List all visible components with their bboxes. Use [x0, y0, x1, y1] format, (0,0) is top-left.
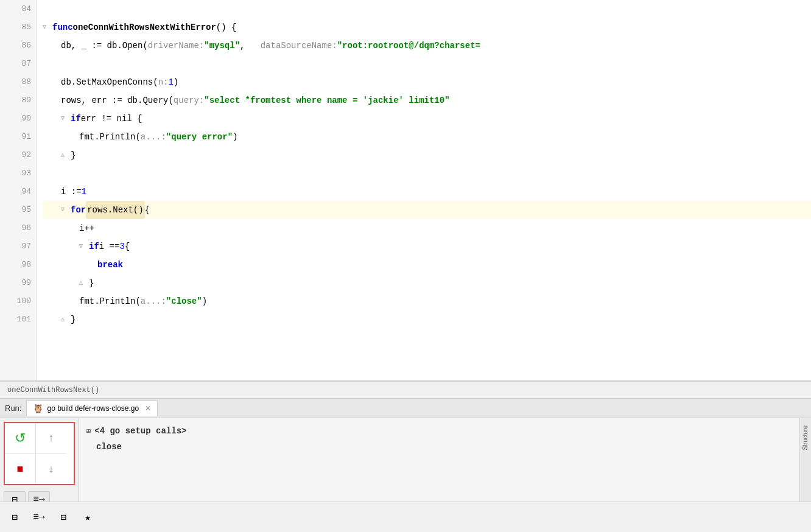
code-line-96: i++: [43, 219, 811, 237]
fold-icon-101[interactable]: △: [61, 310, 71, 329]
kw-for: for: [71, 201, 86, 219]
fold-icon-97[interactable]: ▽: [79, 237, 89, 256]
output-line-1: ⊞ <4 go setup calls>: [86, 423, 792, 439]
param-query-label: query:: [174, 91, 204, 110]
param-driver-label: driverName:: [148, 37, 204, 55]
panel-controls: ↺ ■ ↑ ↓ ⊟ ≡→ ⊟: [0, 418, 79, 502]
code-line-85: ▽ func oneConnWithRowsNextWithError () {: [43, 18, 811, 37]
close-brace-101: }: [71, 310, 75, 329]
param-dsn-label: dataSourceName:: [261, 37, 337, 55]
run-label: Run:: [5, 404, 21, 413]
if-open-97: {: [125, 237, 130, 256]
line-num-88: 88: [5, 73, 31, 91]
code-line-94: i := 1: [43, 183, 811, 201]
close-brace-92: }: [71, 146, 75, 164]
for-open: {: [145, 201, 150, 219]
panel-body: ↺ ■ ↑ ↓ ⊟ ≡→ ⊟ ⊞: [0, 418, 811, 502]
code-line-92: △ }: [43, 146, 811, 164]
fold-icon-95[interactable]: ▽: [61, 201, 71, 219]
line-num-85: 85: [5, 18, 31, 37]
bottom-icon-btn-2[interactable]: ≡→: [28, 506, 50, 528]
fold-icon-85[interactable]: ▽: [43, 18, 52, 37]
expand-icon-1[interactable]: ⊞: [86, 427, 91, 436]
bottom-icon-btn-4[interactable]: ★: [77, 506, 99, 528]
fold-icon-90[interactable]: ▽: [61, 110, 71, 128]
comma1: ,: [240, 37, 261, 55]
keyword-func: func: [52, 18, 73, 37]
code-line-91: fmt.Println( a...: "query error" ): [43, 128, 811, 146]
fold-icon-92[interactable]: △: [61, 146, 71, 164]
code-line-89: rows, err := db.Query( query: "select * …: [43, 91, 811, 110]
code-line-86: db, _ := db.Open( driverName: "mysql" , …: [43, 37, 811, 55]
code-line-99: △ }: [43, 274, 811, 292]
param-n-label: n:: [158, 73, 169, 91]
run-tab-bar: Run: 🦉 go build defer-rows-close.go ✕: [0, 399, 811, 418]
output-close: close: [96, 442, 122, 452]
code-line-84: [43, 0, 811, 18]
code-line-88: db.SetMaxOpenConns( n: 1 ): [43, 73, 811, 91]
i-value: 1: [82, 183, 86, 201]
bottom-icon-btn-1[interactable]: ⊟: [4, 506, 26, 528]
setmax-call: db.SetMaxOpenConns(: [61, 73, 158, 91]
line-num-96: 96: [5, 219, 31, 237]
param-query-end: ": [444, 91, 449, 110]
panel-output: ⊞ <4 go setup calls> close: [79, 418, 799, 502]
param-dsn-value: "root:rootroot@/dqm?charset=: [337, 37, 480, 55]
param-query-rest: test where name = 'jackie' limit: [271, 91, 435, 110]
bottom-panel: Run: 🦉 go build defer-rows-close.go ✕ ↺ …: [0, 398, 811, 532]
line-num-99: 99: [5, 274, 31, 292]
line-num-91: 91: [5, 128, 31, 146]
three-value: 3: [119, 237, 124, 256]
bottom-icon-strip: ⊟ ≡→ ⊟ ★: [0, 502, 811, 532]
code-line-95: ▽ for rows.Next() {: [43, 201, 811, 219]
param-driver-value: "mysql": [204, 37, 240, 55]
db-assign: db, _ := db.Open(: [61, 37, 148, 55]
line-num-95: 95: [5, 201, 31, 219]
rerun-button[interactable]: ↺: [5, 423, 35, 453]
param-a-label-91: a...:: [141, 128, 166, 146]
code-line-97: ▽ if i == 3 {: [43, 237, 811, 256]
line-num-92: 92: [5, 146, 31, 164]
fold-icon-99[interactable]: △: [79, 274, 89, 292]
function-name: oneConnWithRowsNextWithError: [73, 18, 216, 37]
layout-btn-1[interactable]: ⊟: [4, 491, 26, 502]
stop-button[interactable]: ■: [5, 453, 35, 484]
line-num-87: 87: [5, 55, 31, 73]
code-line-90: ▽ if err != nil {: [43, 110, 811, 128]
rows-next-call: rows.Next(): [86, 201, 144, 219]
structure-label: Structure: [802, 425, 809, 450]
line-num-93: 93: [5, 164, 31, 183]
run-col-right: ↑ ↓: [36, 423, 66, 484]
func-parens: () {: [216, 18, 237, 37]
println-close-100: ): [202, 292, 207, 310]
line-num-84: 84: [5, 0, 31, 18]
close-brace-99: }: [89, 274, 94, 292]
tab-close-button[interactable]: ✕: [145, 404, 151, 413]
param-query-value: "select *: [204, 91, 250, 110]
run-tab[interactable]: 🦉 go build defer-rows-close.go ✕: [26, 401, 158, 416]
code-line-93: [43, 164, 811, 183]
code-line-87: [43, 55, 811, 73]
scroll-up-button[interactable]: ↑: [36, 423, 66, 453]
i-inc: i++: [79, 219, 94, 237]
extra-btn-row1: ⊟ ≡→: [4, 491, 75, 502]
side-structure-panel: Structure: [799, 418, 811, 502]
code-lines: ▽ func oneConnWithRowsNextWithError () {…: [37, 0, 811, 380]
output-setup-calls: <4 go setup calls>: [94, 426, 186, 436]
line-numbers: 84 85 86 87 88 89 90 91 92 93 94 95 96 9…: [0, 0, 37, 380]
bottom-icon-btn-3[interactable]: ⊟: [52, 506, 74, 528]
scroll-down-button[interactable]: ↓: [36, 453, 66, 484]
line-num-86: 86: [5, 37, 31, 55]
code-line-101: △ }: [43, 310, 811, 329]
tab-name: go build defer-rows-close.go: [47, 404, 139, 413]
rows-assign: rows, err := db.Query(: [61, 91, 174, 110]
kw-if-90: if: [71, 110, 81, 128]
param-a-value-91: "query error": [166, 128, 233, 146]
breadcrumb-bar: oneConnWithRowsNext(): [0, 381, 811, 398]
line-num-89: 89: [5, 91, 31, 110]
println-call-100: fmt.Println(: [79, 292, 141, 310]
breadcrumb-text[interactable]: oneConnWithRowsNext(): [7, 386, 99, 394]
layout-btn-2[interactable]: ≡→: [28, 491, 50, 502]
setmax-close: ): [174, 73, 178, 91]
code-line-100: fmt.Println( a...: "close" ): [43, 292, 811, 310]
